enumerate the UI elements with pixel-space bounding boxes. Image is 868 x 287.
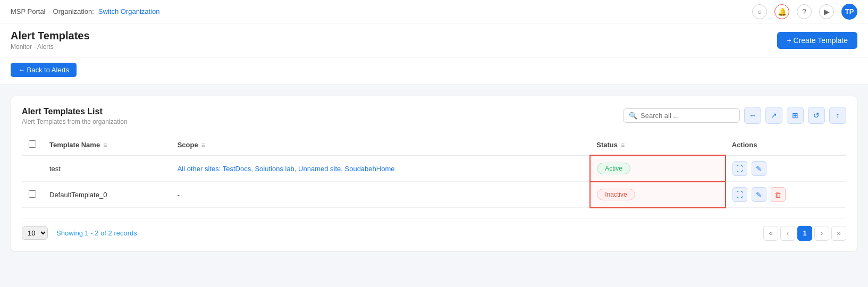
row2-actions: ⛶ ✎ 🗑 bbox=[732, 187, 840, 202]
help-icon: ? bbox=[802, 7, 806, 16]
search-icon: ○ bbox=[757, 7, 762, 16]
th-actions: Actions bbox=[726, 135, 846, 155]
table-wrapper: Template Name ≡ Scope ≡ bbox=[22, 135, 846, 208]
play-icon: ▶ bbox=[824, 7, 830, 16]
scope-sort-icon[interactable]: ≡ bbox=[201, 141, 205, 149]
page-header-left: Alert Templates Monitor - Alerts bbox=[11, 30, 90, 50]
page-header: Alert Templates Monitor - Alerts + Creat… bbox=[0, 23, 868, 57]
prev-page-button[interactable]: ‹ bbox=[780, 226, 795, 241]
th-status: Status ≡ bbox=[590, 135, 726, 155]
page-title: Alert Templates bbox=[11, 30, 90, 42]
row1-edit-button[interactable]: ✎ bbox=[752, 161, 766, 176]
row1-status-badge: Active bbox=[597, 163, 630, 174]
breadcrumb: Monitor - Alerts bbox=[11, 43, 90, 50]
page-navigation: « ‹ 1 › » bbox=[763, 226, 846, 241]
main-content: Alert Templates List Alert Templates fro… bbox=[0, 85, 868, 263]
row1-status-cell: Active bbox=[590, 155, 726, 182]
row2-expand-button[interactable]: ⛶ bbox=[732, 187, 747, 202]
page-size-select[interactable]: 10 25 50 bbox=[22, 226, 48, 240]
search-box: 🔍 bbox=[623, 108, 740, 123]
table-row: test All other sites: TestDocs, Solution… bbox=[22, 155, 846, 182]
table-header-row: Template Name ≡ Scope ≡ bbox=[22, 135, 846, 155]
row1-actions-cell: ⛶ ✎ bbox=[726, 155, 846, 182]
template-name-sort-icon[interactable]: ≡ bbox=[103, 141, 107, 149]
status-sort-icon[interactable]: ≡ bbox=[621, 141, 625, 149]
table-row: DefaultTemplate_0 - Inactive ⛶ ✎ 🗑 bbox=[22, 182, 846, 208]
card-header: Alert Templates List Alert Templates fro… bbox=[22, 107, 846, 125]
row1-name: test bbox=[43, 155, 171, 182]
status-label: Status bbox=[596, 141, 618, 149]
nav-right: ○ 🔔 ? ▶ TP bbox=[752, 4, 857, 20]
create-template-button[interactable]: + Create Template bbox=[777, 32, 857, 49]
last-page-button[interactable]: » bbox=[831, 226, 846, 241]
help-icon-btn[interactable]: ? bbox=[797, 4, 812, 19]
page-info: Showing 1 - 2 of 2 records bbox=[56, 229, 137, 237]
alert-templates-card: Alert Templates List Alert Templates fro… bbox=[11, 96, 857, 252]
row1-actions: ⛶ ✎ bbox=[732, 161, 840, 176]
portal-label: MSP Portal bbox=[11, 7, 46, 15]
row2-actions-cell: ⛶ ✎ 🗑 bbox=[726, 182, 846, 208]
row2-name: DefaultTemplate_0 bbox=[43, 182, 171, 208]
template-name-label: Template Name bbox=[49, 141, 100, 149]
actions-label: Actions bbox=[732, 141, 757, 149]
card-actions: 🔍 ↔ ↗ ⊞ ↺ ↑ bbox=[623, 107, 846, 124]
row2-checkbox-cell bbox=[22, 182, 43, 208]
card-subtitle: Alert Templates from the organization bbox=[22, 118, 128, 125]
nav-left: MSP Portal Organization: Switch Organiza… bbox=[11, 7, 159, 15]
search-nav-icon[interactable]: ○ bbox=[752, 4, 767, 19]
back-to-alerts-button[interactable]: ← Back to Alerts bbox=[11, 63, 77, 77]
back-area: ← Back to Alerts bbox=[0, 57, 868, 85]
first-page-button[interactable]: « bbox=[763, 226, 778, 241]
user-avatar[interactable]: TP bbox=[841, 4, 857, 20]
open-button[interactable]: ↗ bbox=[765, 107, 782, 124]
select-all-checkbox-cell bbox=[22, 135, 43, 155]
select-all-checkbox[interactable] bbox=[29, 140, 36, 148]
columns-button[interactable]: ⊞ bbox=[787, 107, 804, 124]
row2-edit-button[interactable]: ✎ bbox=[752, 187, 766, 202]
row1-scope: All other sites: TestDocs, Solutions lab… bbox=[171, 155, 591, 182]
export-button[interactable]: ↑ bbox=[829, 107, 846, 124]
alert-templates-table: Template Name ≡ Scope ≡ bbox=[22, 135, 846, 208]
switch-org-link[interactable]: Switch Organization bbox=[98, 7, 160, 15]
bell-icon: 🔔 bbox=[778, 7, 787, 16]
row1-expand-button[interactable]: ⛶ bbox=[732, 161, 747, 176]
search-input[interactable] bbox=[641, 112, 734, 120]
org-label: Organization: bbox=[53, 7, 94, 15]
next-page-button[interactable]: › bbox=[814, 226, 829, 241]
row2-delete-button[interactable]: 🗑 bbox=[771, 187, 786, 202]
th-template-name: Template Name ≡ bbox=[43, 135, 171, 155]
row2-status-cell: Inactive bbox=[590, 182, 726, 208]
row2-scope: - bbox=[171, 182, 591, 208]
scope-label: Scope bbox=[178, 141, 198, 149]
expand-columns-button[interactable]: ↔ bbox=[744, 107, 761, 124]
page-size-wrapper: 10 25 50 Showing 1 - 2 of 2 records bbox=[22, 226, 137, 240]
page-1-button[interactable]: 1 bbox=[797, 226, 812, 241]
row1-checkbox-cell bbox=[22, 155, 43, 182]
row2-status-badge: Inactive bbox=[597, 189, 635, 200]
pagination-bar: 10 25 50 Showing 1 - 2 of 2 records « ‹ … bbox=[22, 218, 846, 241]
bell-icon-btn[interactable]: 🔔 bbox=[774, 4, 789, 19]
card-header-left: Alert Templates List Alert Templates fro… bbox=[22, 107, 128, 125]
card-title: Alert Templates List bbox=[22, 107, 128, 116]
refresh-button[interactable]: ↺ bbox=[808, 107, 825, 124]
play-icon-btn[interactable]: ▶ bbox=[819, 4, 834, 19]
th-scope: Scope ≡ bbox=[171, 135, 591, 155]
row2-checkbox[interactable] bbox=[29, 190, 36, 198]
search-icon: 🔍 bbox=[629, 112, 637, 120]
top-navigation: MSP Portal Organization: Switch Organiza… bbox=[0, 0, 868, 23]
